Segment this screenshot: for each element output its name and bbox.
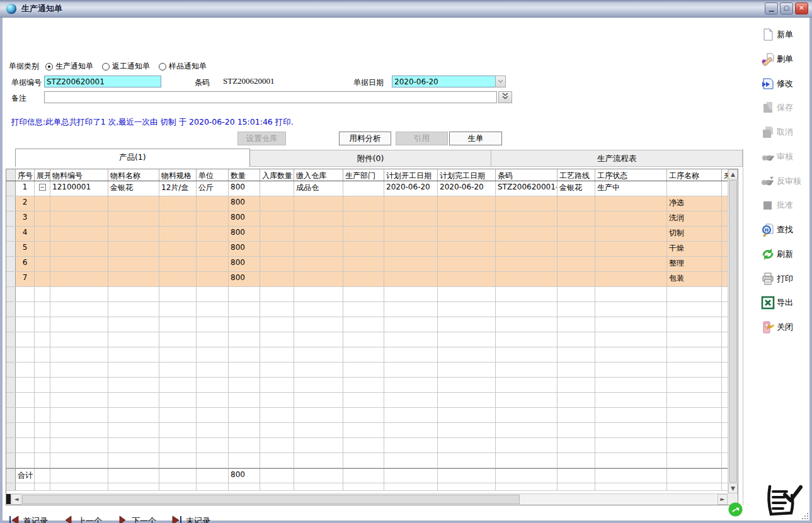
table-cell[interactable] xyxy=(667,181,722,196)
column-header[interactable]: 入库数量 xyxy=(260,169,294,181)
table-cell[interactable] xyxy=(108,196,159,211)
table-cell[interactable] xyxy=(159,257,197,271)
table-cell[interactable] xyxy=(50,211,108,226)
table-cell[interactable] xyxy=(343,242,384,256)
table-cell[interactable] xyxy=(595,272,667,286)
table-cell[interactable] xyxy=(260,272,294,286)
scroll-left-button[interactable]: ◄ xyxy=(11,494,21,505)
doc-type-option-0[interactable]: 生产通知单 xyxy=(45,61,93,72)
vertical-scrollbar[interactable]: ▲ ▼ xyxy=(728,169,738,493)
table-cell[interactable] xyxy=(35,211,50,226)
table-cell[interactable]: 洗润 xyxy=(667,211,722,226)
table-cell[interactable] xyxy=(343,272,384,286)
table-cell[interactable]: 800 xyxy=(229,272,260,286)
sidebar-button-13[interactable]: 关闭 xyxy=(761,320,793,335)
table-cell[interactable] xyxy=(294,211,343,226)
table-cell[interactable] xyxy=(496,211,558,226)
column-header[interactable]: 计划开工日期 xyxy=(384,169,438,181)
table-cell[interactable] xyxy=(384,272,438,286)
table-cell[interactable]: 800 xyxy=(229,196,260,211)
table-cell[interactable] xyxy=(595,242,667,256)
table-cell[interactable] xyxy=(558,242,595,256)
table-cell[interactable]: 5 xyxy=(16,242,35,256)
action-button-2[interactable]: 用料分析 xyxy=(339,132,391,145)
table-cell[interactable] xyxy=(6,211,16,226)
table-cell[interactable]: 12片/盒 xyxy=(159,181,197,196)
scroll-right-button[interactable]: ► xyxy=(718,494,728,505)
table-cell[interactable]: 6 xyxy=(16,257,35,271)
table-cell[interactable]: 2020-06-20 xyxy=(384,181,438,196)
table-cell[interactable] xyxy=(496,242,558,256)
table-cell[interactable]: 1 xyxy=(16,181,35,196)
table-cell[interactable] xyxy=(558,211,595,226)
sidebar-button-3[interactable]: 修改 xyxy=(761,76,793,91)
table-cell[interactable] xyxy=(438,272,496,286)
table-cell[interactable]: 4 xyxy=(16,227,35,241)
table-cell[interactable] xyxy=(438,211,496,226)
tab-3[interactable]: 生产流程表 xyxy=(491,150,743,167)
table-cell[interactable] xyxy=(722,257,728,271)
sidebar-button-1[interactable]: 新单 xyxy=(761,27,793,42)
table-cell[interactable] xyxy=(595,211,667,226)
table-cell[interactable]: 切制 xyxy=(667,227,722,241)
table-cell[interactable] xyxy=(6,227,16,241)
table-cell[interactable] xyxy=(35,196,50,211)
nav-last-record[interactable]: 末记录 xyxy=(171,515,210,523)
table-cell[interactable]: 12100001 xyxy=(50,181,108,196)
table-cell[interactable]: 2 xyxy=(16,196,35,211)
table-cell[interactable] xyxy=(496,272,558,286)
doc-type-option-2[interactable]: 样品通知单 xyxy=(159,61,207,72)
action-button-4[interactable]: 生单 xyxy=(449,132,502,145)
table-cell[interactable] xyxy=(722,227,728,241)
table-cell[interactable] xyxy=(384,227,438,241)
table-cell[interactable]: 800 xyxy=(229,181,260,196)
table-cell[interactable] xyxy=(595,227,667,241)
column-header[interactable]: 工艺路线 xyxy=(558,169,595,181)
column-header[interactable]: 序号 xyxy=(16,169,35,181)
table-cell[interactable] xyxy=(197,211,229,226)
table-cell[interactable] xyxy=(558,257,595,271)
table-cell[interactable] xyxy=(35,272,50,286)
table-cell[interactable] xyxy=(159,242,197,256)
table-cell[interactable] xyxy=(260,227,294,241)
table-cell[interactable] xyxy=(294,242,343,256)
grid-splitter-handle[interactable] xyxy=(6,494,11,504)
table-cell[interactable] xyxy=(50,257,108,271)
table-cell[interactable] xyxy=(294,257,343,271)
table-cell[interactable] xyxy=(260,211,294,226)
table-cell[interactable]: 生产中 xyxy=(595,181,667,196)
table-cell[interactable] xyxy=(294,227,343,241)
titlebar[interactable]: 生产通知单 ▁ ▢ ✕ xyxy=(0,0,812,18)
column-header[interactable]: 来 xyxy=(722,169,728,181)
table-cell[interactable]: 包装 xyxy=(667,272,722,286)
column-header[interactable]: 展开 xyxy=(35,169,50,181)
table-cell[interactable] xyxy=(197,227,229,241)
table-cell[interactable]: 净选 xyxy=(667,196,722,211)
table-cell[interactable]: 800 xyxy=(229,227,260,241)
table-cell[interactable]: 整理 xyxy=(667,257,722,271)
column-header[interactable]: 条码 xyxy=(496,169,558,181)
table-cell[interactable] xyxy=(35,257,50,271)
table-cell[interactable] xyxy=(159,272,197,286)
radio-button-icon[interactable] xyxy=(159,63,166,70)
table-cell[interactable]: STZ200620001-21 xyxy=(496,181,558,196)
table-cell[interactable] xyxy=(384,211,438,226)
table-cell[interactable] xyxy=(197,272,229,286)
table-cell[interactable] xyxy=(159,227,197,241)
table-cell[interactable] xyxy=(108,242,159,256)
table-cell[interactable] xyxy=(384,196,438,211)
table-cell[interactable] xyxy=(260,242,294,256)
table-cell[interactable] xyxy=(438,257,496,271)
radio-button-icon[interactable] xyxy=(45,63,53,70)
remark-input[interactable] xyxy=(44,91,497,103)
table-cell[interactable]: 3 xyxy=(16,211,35,226)
table-cell[interactable] xyxy=(558,272,595,286)
horizontal-scroll-thumb[interactable] xyxy=(22,495,520,504)
table-cell[interactable] xyxy=(558,196,595,211)
table-cell[interactable]: 金银花 xyxy=(558,181,595,196)
table-cell[interactable] xyxy=(108,272,159,286)
table-cell[interactable] xyxy=(197,242,229,256)
tab-1[interactable]: 产品(1) xyxy=(15,149,250,167)
table-cell[interactable] xyxy=(6,272,16,286)
table-cell[interactable] xyxy=(159,196,197,211)
